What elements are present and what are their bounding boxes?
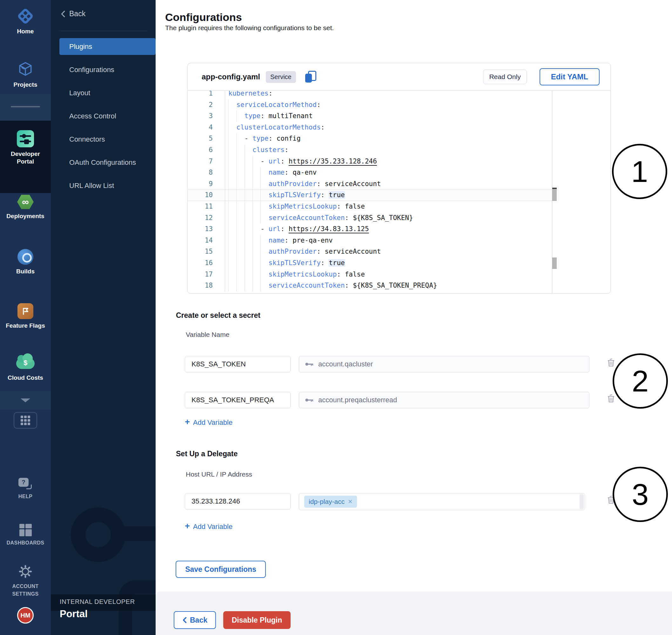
secret-value: account.qacluster (318, 360, 373, 368)
save-configurations-button[interactable]: Save Configurations (176, 561, 266, 578)
submenu-item-configurations[interactable]: Configurations (51, 61, 156, 78)
indent-guide (244, 246, 245, 258)
indent-guide (228, 246, 229, 258)
sidebar-item-account-settings[interactable]: ACCOUNT SETTINGS (0, 565, 51, 598)
back-nav-link[interactable]: Back (60, 9, 85, 18)
line-number: 5 (188, 133, 225, 145)
sliders-icon (17, 130, 34, 147)
delegate-tag-input[interactable]: idp-play-acc (299, 493, 585, 510)
indent-guide (244, 178, 245, 190)
page-title: Configurations (165, 11, 242, 23)
add-host-link[interactable]: Add Variable (185, 523, 233, 531)
code-line: 11 skipMetricsLookup: false (188, 201, 552, 213)
sidebar-item-projects[interactable]: Projects (0, 61, 51, 89)
brand-line2: Portal (60, 608, 88, 620)
back-button[interactable]: Back (174, 611, 216, 629)
sidebar-item-cloud-costs[interactable]: $ Cloud Costs (0, 355, 51, 381)
indent-guide (260, 235, 261, 246)
brand-line1: INTERNAL DEVELOPER (60, 598, 135, 606)
sidebar-item-label: DASHBOARDS (0, 539, 51, 547)
code-line: 12 serviceAccountToken: ${K8S_SA_TOKEN} (188, 213, 552, 224)
indent-guide (244, 280, 245, 291)
sidebar-item-deployments[interactable]: ∞ Deployments (0, 194, 51, 220)
submenu-item-oauth-configurations[interactable]: OAuth Configurations (51, 154, 156, 171)
line-number: 8 (188, 167, 225, 178)
submenu-item-connectors[interactable]: Connectors (51, 131, 156, 148)
footer-bar: Back Disable Plugin (156, 591, 672, 635)
scroll-ruler-mark[interactable] (552, 190, 557, 201)
code-line: 8 name: qa-env (188, 167, 552, 178)
grid-icon (21, 416, 30, 425)
sidebar-item-help[interactable]: ? HELP (0, 478, 51, 500)
code-line: 7 - url: https://35.233.128.246 (188, 156, 552, 167)
line-number: 1 (188, 91, 225, 100)
secret-select[interactable]: account.qacluster (299, 356, 589, 372)
watermark-ring (71, 507, 126, 562)
indent-guide (236, 246, 237, 258)
submenu-item-layout[interactable]: Layout (51, 85, 156, 101)
scroll-ruler-mark[interactable] (552, 258, 557, 269)
indent-guide (228, 269, 229, 280)
delete-variable-button[interactable] (606, 393, 616, 404)
cube-icon (18, 61, 33, 77)
indent-guide (253, 269, 253, 280)
sidebar-item-builds[interactable]: Builds (0, 249, 51, 275)
flag-icon (18, 303, 33, 319)
code-line: 6 clusters: (188, 145, 552, 156)
indent-guide (236, 167, 237, 178)
sidebar-item-feature-flags[interactable]: Feature Flags (0, 303, 51, 330)
remove-tag-icon[interactable] (348, 498, 352, 505)
trash-icon (607, 357, 615, 368)
indent-guide (228, 133, 229, 145)
indent-guide (244, 269, 245, 280)
code-line: 15 authProvider: serviceAccount (188, 246, 552, 258)
build-orb-icon (18, 249, 33, 265)
secret-value: account.preqaclusterread (318, 396, 397, 404)
sidebar-item-home[interactable]: Home (0, 8, 51, 35)
add-variable-link[interactable]: Add Variable (185, 418, 233, 427)
variable-name-input[interactable] (185, 356, 290, 372)
indent-guide (236, 133, 237, 145)
indent-guide (253, 178, 253, 190)
submenu-item-plugins[interactable]: Plugins (59, 38, 156, 55)
delete-variable-button[interactable] (606, 357, 616, 368)
indent-guide (244, 201, 245, 213)
collapse-band (0, 391, 51, 410)
host-url-input[interactable] (185, 493, 290, 509)
indent-guide (253, 223, 253, 235)
indent-guide (260, 246, 261, 258)
copy-icon[interactable] (304, 70, 317, 84)
submenu-item-url-allow-list[interactable]: URL Allow List (51, 177, 156, 194)
line-number: 11 (188, 201, 225, 213)
sidebar-user-avatar[interactable]: HM (0, 607, 51, 623)
code-line: 2 serviceLocatorMethod: (188, 100, 552, 111)
indent-guide (260, 167, 261, 178)
code-line: 18 serviceAccountToken: ${K8S_SA_TOKEN_P… (188, 280, 552, 291)
indent-guide (228, 258, 229, 269)
edit-yaml-button[interactable]: Edit YAML (540, 68, 600, 85)
indent-guide (260, 269, 261, 280)
indent-guide (228, 156, 229, 167)
disable-plugin-button[interactable]: Disable Plugin (223, 611, 290, 629)
sidebar-item-dashboards[interactable]: DASHBOARDS (0, 524, 51, 547)
tag-field-scrollbar[interactable] (580, 494, 584, 509)
main-content: Configurations The plugin requires the f… (156, 0, 672, 635)
infinity-hexagon-icon: ∞ (17, 194, 34, 210)
indent-guide (236, 178, 237, 190)
annotation-number: 3 (632, 477, 649, 512)
add-variable-label: Add Variable (193, 523, 233, 531)
submenu-item-access-control[interactable]: Access Control (51, 108, 156, 125)
module-picker-button[interactable] (14, 412, 37, 429)
indent-guide (260, 213, 261, 224)
submenu-list: Plugins Configurations Layout Access Con… (51, 38, 156, 200)
chevron-down-icon[interactable] (21, 398, 30, 402)
indent-guide (236, 223, 237, 235)
secret-select[interactable]: account.preqaclusterread (299, 392, 589, 408)
dashboards-icon (19, 524, 32, 536)
sidebar-item-developer-portal[interactable]: Developer Portal (0, 130, 51, 166)
yaml-editor[interactable]: 1kubernetes:2 serviceLocatorMethod:3 typ… (188, 91, 552, 293)
variable-name-input[interactable] (185, 392, 290, 408)
indent-guide (260, 178, 261, 190)
line-number: 12 (188, 213, 225, 224)
back-label: Back (69, 9, 85, 18)
